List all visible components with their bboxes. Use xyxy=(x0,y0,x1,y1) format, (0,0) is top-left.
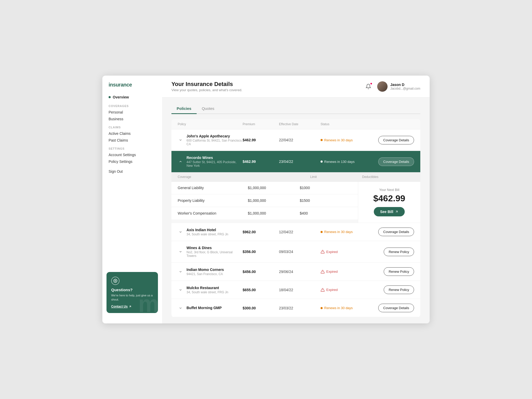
user-details: Jason D Jacobd...@gmail.com xyxy=(390,83,420,90)
sidebar-item-overview[interactable]: Overview xyxy=(109,95,156,99)
policy-name-block: Recordo Wines 447 Sutter St, 94421, 405 … xyxy=(187,156,243,168)
sidebar-nav: Overview COVERAGES Personal Business CLA… xyxy=(102,95,162,268)
sidebar-item-business[interactable]: Business xyxy=(109,116,156,122)
coverage-list: General Liability $1,000,000 $1000 Prope… xyxy=(171,182,358,223)
col-policy: Policy xyxy=(178,122,243,126)
header-right: Jason D Jacobd...@gmail.com xyxy=(364,81,420,92)
policy-date: 23/03/22 xyxy=(279,306,321,310)
policy-premium: $462.99 xyxy=(243,138,279,142)
policy-action: Coverage Details xyxy=(373,228,414,236)
policy-info: Indian Momo Corners 94421, San Francisco… xyxy=(178,268,243,276)
avatar xyxy=(377,81,388,92)
warning-icon xyxy=(321,288,325,292)
policy-detail: Coverage Limit Deductibles General Liabi… xyxy=(171,172,420,223)
coverage-deductible: $400 xyxy=(300,211,352,215)
policy-row-header[interactable]: Axis Indian Hotel 34, South wale street,… xyxy=(171,223,420,241)
status-badge: Expired xyxy=(321,270,373,274)
coverage-row: Property Liability $1,000,000 $1500 xyxy=(171,194,358,207)
policy-premium: $300.00 xyxy=(243,306,279,310)
col-effective-date: Effective Date xyxy=(279,122,321,126)
policy-row-header[interactable]: John's Apple Apothecary 600 California S… xyxy=(171,129,420,151)
sidebar-item-past-claims[interactable]: Past Claims xyxy=(109,138,156,143)
policy-name-block: Mulcko Restaurant 34, South wale street,… xyxy=(187,286,228,294)
policy-action: Coverage Details xyxy=(373,304,414,312)
sidebar-item-personal[interactable]: Personal xyxy=(109,110,156,115)
policy-date: 29/06/24 xyxy=(279,270,321,274)
chevron-down-icon xyxy=(178,269,183,275)
status-dot xyxy=(321,307,323,309)
policy-date: 22/04/22 xyxy=(279,138,321,142)
detail-col-deductibles: Deductibles xyxy=(362,175,414,179)
detail-col-coverage: Coverage xyxy=(178,175,310,179)
coverage-details-button[interactable]: Coverage Details xyxy=(378,157,414,166)
policy-name-block: Indian Momo Corners 94421, San Francisco… xyxy=(187,268,224,276)
policy-address: 34, South wale street, FRG Jn xyxy=(187,232,228,236)
policy-name: Buffet Morning GMP xyxy=(187,306,222,310)
policy-name: John's Apple Apothecary xyxy=(187,134,243,138)
help-box: Questions? We're here to help, just give… xyxy=(107,272,158,313)
section-label-settings: SETTINGS xyxy=(109,147,156,150)
policy-row-header[interactable]: Buffet Morning GMP $300.00 23/03/22 Rene… xyxy=(171,299,420,317)
main-content: Your Insurance Details View your quotes,… xyxy=(162,76,430,323)
page-subtitle: View your quotes, policies, and what's c… xyxy=(171,88,242,92)
coverage-name: Property Liability xyxy=(178,198,248,203)
renew-policy-button[interactable]: Renew Policy xyxy=(384,285,414,294)
sidebar-item-sign-out[interactable]: Sign Out xyxy=(109,169,156,174)
see-bill-button[interactable]: See Bill xyxy=(374,207,405,216)
policy-info: Axis Indian Hotel 34, South wale street,… xyxy=(178,228,243,236)
status-badge: Renews in 130 days xyxy=(321,160,373,164)
policy-row-header[interactable]: Mulcko Restaurant 34, South wale street,… xyxy=(171,281,420,299)
tab-quotes[interactable]: Quotes xyxy=(197,104,220,114)
sidebar-item-account-settings[interactable]: Account Settings xyxy=(109,152,156,157)
external-link-icon xyxy=(129,305,132,308)
chevron-down-icon xyxy=(178,137,183,143)
user-name: Jason D xyxy=(390,83,420,87)
policy-info: Mulcko Restaurant 34, South wale street,… xyxy=(178,286,243,294)
section-label-claims: CLAIMS xyxy=(109,126,156,129)
help-icon xyxy=(111,277,119,285)
policy-date: 09/03/24 xyxy=(279,250,321,254)
coverage-deductible: $1000 xyxy=(300,186,352,190)
overview-dot xyxy=(109,96,111,98)
policy-premium: $356.00 xyxy=(243,250,279,254)
coverage-row: Worker's Compensation $1,000,000 $400 xyxy=(171,207,358,220)
table-row: Buffet Morning GMP $300.00 23/03/22 Rene… xyxy=(171,299,420,317)
status-badge: Expired xyxy=(321,250,373,254)
page-content: Policies Quotes Policy Premium Effective… xyxy=(162,97,430,323)
coverage-details-button[interactable]: Coverage Details xyxy=(378,304,414,312)
policy-address: No2, 3rd floor, G Block, Universal Tower… xyxy=(187,250,243,258)
coverage-details-button[interactable]: Coverage Details xyxy=(378,228,414,236)
sidebar-item-active-claims[interactable]: Active Claims xyxy=(109,131,156,136)
renew-policy-button[interactable]: Renew Policy xyxy=(384,267,414,276)
overview-label: Overview xyxy=(113,95,129,99)
coverage-limit: $1,000,000 xyxy=(248,198,300,203)
policy-row-header[interactable]: Recordo Wines 447 Sutter St, 94421, 405 … xyxy=(171,151,420,172)
coverage-row: General Liability $1,000,000 $1000 xyxy=(171,182,358,194)
table-row: Mulcko Restaurant 34, South wale street,… xyxy=(171,281,420,299)
table-row: Axis Indian Hotel 34, South wale street,… xyxy=(171,223,420,241)
table-row: John's Apple Apothecary 600 California S… xyxy=(171,129,420,151)
user-email: Jacobd...@gmail.com xyxy=(390,87,420,90)
policy-premium: $456.00 xyxy=(243,270,279,274)
policy-row-header[interactable]: Wines & Dines No2, 3rd floor, G Block, U… xyxy=(171,241,420,262)
renew-policy-button[interactable]: Renew Policy xyxy=(384,248,414,256)
sidebar-item-policy-settings[interactable]: Policy Settings xyxy=(109,159,156,164)
user-info[interactable]: Jason D Jacobd...@gmail.com xyxy=(377,81,420,92)
section-label-coverages: COVERAGES xyxy=(109,104,156,108)
tab-policies[interactable]: Policies xyxy=(171,104,197,114)
page-title: Your Insurance Details xyxy=(171,81,242,88)
policy-date: 18/04/22 xyxy=(279,288,321,292)
policy-row-header[interactable]: Indian Momo Corners 94421, San Francisco… xyxy=(171,263,420,281)
policy-name: Wines & Dines xyxy=(187,246,243,250)
chevron-down-icon xyxy=(178,305,183,311)
detail-col-limit: Limit xyxy=(310,175,362,179)
policy-name-block: Buffet Morning GMP xyxy=(187,306,222,310)
policy-premium: $462.99 xyxy=(243,159,279,164)
chevron-down-icon xyxy=(178,229,183,235)
coverage-details-button[interactable]: Coverage Details xyxy=(378,136,414,144)
status-badge: Renews in 30 days xyxy=(321,230,373,234)
policy-address: 94421, San Francisco, CA xyxy=(187,272,224,276)
tab-bar: Policies Quotes xyxy=(171,104,420,114)
policy-action: Coverage Details xyxy=(373,136,414,144)
notification-button[interactable] xyxy=(364,82,373,91)
